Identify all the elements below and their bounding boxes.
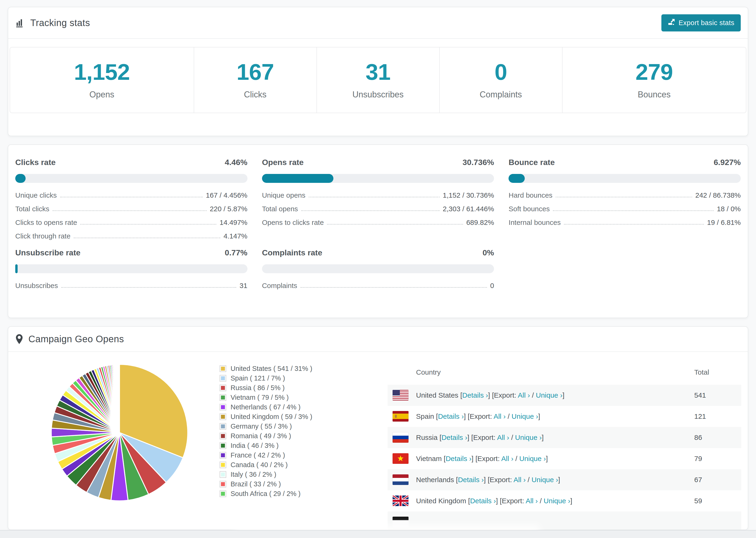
stat-value: 0 xyxy=(495,61,507,83)
legend-label: Romania ( 49 / 3% ) xyxy=(231,432,291,440)
rate-row: Total opens 2,303 / 61.446% xyxy=(262,202,494,216)
details-link[interactable]: Details › xyxy=(470,497,496,505)
progress-bar-fill xyxy=(262,174,333,183)
geo-table-row: Netherlands [Details ›] [Export: All › /… xyxy=(388,469,741,490)
rate-block-clicks-rate: Clicks rate 4.46% Unique clicks 167 / 4.… xyxy=(15,158,247,243)
stat-value: 167 xyxy=(237,61,274,83)
rate-block-unsubscribe-rate: Unsubscribe rate 0.77% Unsubscribes 31 xyxy=(15,248,247,293)
rate-row-value: 167 / 4.456% xyxy=(206,192,247,199)
geo-table-body: United States [Details ›] [Export: All ›… xyxy=(388,385,741,530)
export-all-link[interactable]: All › xyxy=(501,455,513,462)
legend-item[interactable]: Spain ( 121 / 7% ) xyxy=(220,373,312,383)
total-cell: 121 xyxy=(694,412,706,420)
legend-item[interactable]: Italy ( 36 / 2% ) xyxy=(220,470,312,479)
dotted-leader xyxy=(553,210,714,211)
legend-item[interactable]: Romania ( 49 / 3% ) xyxy=(220,431,312,441)
details-link[interactable]: Details › xyxy=(458,476,484,484)
stat-value: 279 xyxy=(635,61,673,83)
legend-label: Italy ( 36 / 2% ) xyxy=(231,471,276,478)
map-pin-icon xyxy=(15,334,23,345)
rate-row-label: Unique opens xyxy=(262,192,305,199)
tracking-stats-header: Tracking stats Export basic stats xyxy=(8,7,748,39)
total-column-header: Total xyxy=(694,368,709,376)
legend-item[interactable]: Canada ( 40 / 2% ) xyxy=(220,460,312,470)
rate-row-value: 4.147% xyxy=(224,233,247,240)
flag-spain xyxy=(393,411,408,422)
pie-slice[interactable] xyxy=(119,364,120,433)
export-unique-link[interactable]: Unique › xyxy=(536,391,562,399)
stat-label: Clicks xyxy=(244,90,266,99)
export-all-link[interactable]: All › xyxy=(497,434,509,441)
legend-label: United Kingdom ( 59 / 3% ) xyxy=(231,413,312,421)
country-column-header: Country xyxy=(416,368,441,376)
legend-item[interactable]: United States ( 541 / 31% ) xyxy=(220,364,312,373)
rates-card: Clicks rate 4.46% Unique clicks 167 / 4.… xyxy=(8,144,748,318)
campaign-geo-opens-card: Campaign Geo Opens United States ( 541 /… xyxy=(8,326,748,530)
legend-swatch xyxy=(220,490,226,497)
details-link[interactable]: Details › xyxy=(438,412,464,420)
rate-row: Unsubscribes 31 xyxy=(15,279,247,293)
export-unique-link[interactable]: Unique › xyxy=(531,476,558,484)
legend-item[interactable]: Germany ( 55 / 3% ) xyxy=(220,422,312,431)
country-cell: Vietnam [Details ›] [Export: All › / Uni… xyxy=(416,455,548,463)
total-cell: 59 xyxy=(694,497,702,505)
legend-item[interactable]: France ( 42 / 2% ) xyxy=(220,451,312,460)
rate-rows: Unsubscribes 31 xyxy=(15,279,247,293)
pie-legend: United States ( 541 / 31% ) Spain ( 121 … xyxy=(220,364,312,499)
flag-united-kingdom xyxy=(393,496,408,506)
dotted-leader xyxy=(60,197,203,197)
dotted-leader xyxy=(74,238,220,238)
rate-row-label: Hard bounces xyxy=(509,192,553,199)
legend-swatch xyxy=(220,413,226,420)
stat-label: Unsubscribes xyxy=(352,90,404,99)
rate-row: Hard bounces 242 / 86.738% xyxy=(509,188,741,202)
legend-item[interactable]: Russia ( 86 / 5% ) xyxy=(220,383,312,393)
export-button-label: Export basic stats xyxy=(678,19,734,27)
geo-section-title: Campaign Geo Opens xyxy=(28,334,124,344)
export-unique-link[interactable]: Unique › xyxy=(519,455,546,462)
rate-row: Opens to clicks rate 689.82% xyxy=(262,216,494,229)
export-unique-link[interactable]: Unique › xyxy=(512,412,538,420)
stats-row: 1,152 Opens167 Clicks31 Unsubscribes0 Co… xyxy=(10,47,746,113)
geo-table-row: United States [Details ›] [Export: All ›… xyxy=(388,385,741,406)
details-link[interactable]: Details › xyxy=(446,455,471,462)
stat-cell-clicks: 167 Clicks xyxy=(194,47,317,113)
country-cell: Netherlands [Details ›] [Export: All › /… xyxy=(416,476,560,484)
export-unique-link[interactable]: Unique › xyxy=(515,434,542,441)
legend-item[interactable]: India ( 46 / 3% ) xyxy=(220,441,312,451)
legend-item[interactable]: Brazil ( 33 / 2% ) xyxy=(220,479,312,489)
rates-grid: Clicks rate 4.46% Unique clicks 167 / 4.… xyxy=(8,145,748,293)
stat-cell-unsubscribes: 31 Unsubscribes xyxy=(317,47,440,113)
export-all-link[interactable]: All › xyxy=(494,412,506,420)
legend-item[interactable]: Vietnam ( 79 / 5% ) xyxy=(220,393,312,402)
progress-bar-fill xyxy=(509,174,524,183)
stat-label: Complaints xyxy=(480,90,522,99)
rate-row: Clicks to opens rate 14.497% xyxy=(15,216,247,229)
details-link[interactable]: Details › xyxy=(441,434,467,441)
progress-bar-track xyxy=(262,174,494,183)
page-title: Tracking stats xyxy=(30,18,90,28)
export-all-link[interactable]: All › xyxy=(513,476,526,484)
legend-item[interactable]: Netherlands ( 67 / 4% ) xyxy=(220,402,312,412)
export-all-link[interactable]: All › xyxy=(526,497,538,505)
legend-label: France ( 42 / 2% ) xyxy=(231,452,285,459)
country-cell: United Kingdom [Details ›] [Export: All … xyxy=(416,497,572,505)
stat-cell-complaints: 0 Complaints xyxy=(440,47,563,113)
progress-bar-track xyxy=(15,174,247,183)
legend-item[interactable]: South Africa ( 29 / 2% ) xyxy=(220,489,312,499)
export-unique-link[interactable]: Unique › xyxy=(544,497,570,505)
rate-rows: Unique opens 1,152 / 30.736% Total opens… xyxy=(262,188,494,229)
details-link[interactable]: Details › xyxy=(462,391,488,399)
rate-title-row: Clicks rate 4.46% xyxy=(15,158,247,167)
export-basic-stats-button[interactable]: Export basic stats xyxy=(661,14,741,31)
dotted-leader xyxy=(564,224,704,225)
rate-row-label: Click through rate xyxy=(15,233,71,240)
legend-label: Spain ( 121 / 7% ) xyxy=(231,374,285,382)
rate-rows: Complaints 0 xyxy=(262,279,494,293)
legend-label: South Africa ( 29 / 2% ) xyxy=(231,490,300,498)
total-cell: 67 xyxy=(694,476,702,484)
export-all-link[interactable]: All › xyxy=(518,391,530,399)
rate-row-label: Complaints xyxy=(262,282,297,289)
rate-row-label: Unsubscribes xyxy=(15,282,58,289)
legend-item[interactable]: United Kingdom ( 59 / 3% ) xyxy=(220,412,312,422)
